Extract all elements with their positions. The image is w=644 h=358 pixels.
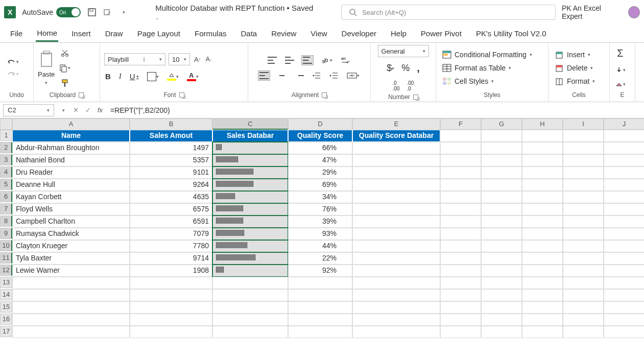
databar-cell[interactable] (212, 203, 288, 216)
tab-data[interactable]: Data (240, 26, 258, 41)
empty-cell[interactable] (440, 166, 481, 179)
empty-cell[interactable] (522, 154, 563, 166)
row-header-8[interactable]: 8 (0, 216, 12, 227)
databar-cell[interactable] (212, 240, 288, 252)
databar-cell[interactable] (212, 228, 288, 240)
insert-cells-button[interactable]: Insert▾ (553, 49, 592, 60)
quality-cell[interactable]: 39% (288, 216, 352, 228)
sales-cell[interactable]: 7079 (130, 228, 212, 240)
name-cell[interactable]: Kayan Corbett (12, 191, 130, 203)
empty-cell[interactable] (481, 289, 522, 301)
quality-databar-cell[interactable] (352, 265, 440, 277)
empty-cell[interactable] (352, 289, 440, 301)
quality-databar-cell[interactable] (352, 179, 440, 191)
empty-cell[interactable] (12, 326, 130, 338)
empty-cell[interactable] (522, 203, 563, 216)
empty-cell[interactable] (522, 326, 563, 338)
row-header-14[interactable]: 14 (0, 289, 12, 300)
orientation-button[interactable]: ab▾ (320, 55, 333, 65)
sales-cell[interactable]: 6575 (130, 203, 212, 216)
empty-cell[interactable] (440, 301, 481, 314)
empty-cell[interactable] (522, 301, 563, 314)
empty-cell[interactable] (481, 326, 522, 338)
empty-cell[interactable] (604, 142, 644, 154)
empty-cell[interactable] (563, 130, 604, 142)
column-header-F[interactable]: F (440, 118, 481, 130)
quality-cell[interactable]: 22% (288, 252, 352, 265)
empty-cell[interactable] (440, 142, 481, 154)
name-cell[interactable]: Campbell Charlton (12, 216, 130, 228)
empty-cell[interactable] (440, 191, 481, 203)
empty-cell[interactable] (563, 326, 604, 338)
row-header-10[interactable]: 10 (0, 240, 12, 251)
empty-cell[interactable] (604, 203, 644, 216)
alignment-launcher-icon[interactable] (322, 92, 327, 98)
borders-button[interactable]: ▾ (146, 71, 160, 82)
row-header-1[interactable]: 1 (0, 130, 12, 141)
empty-cell[interactable] (481, 240, 522, 252)
empty-cell[interactable] (212, 301, 288, 314)
empty-cell[interactable] (440, 252, 481, 265)
empty-cell[interactable] (440, 154, 481, 166)
empty-cell[interactable] (440, 240, 481, 252)
tab-page-layout[interactable]: Page Layout (136, 26, 181, 41)
empty-cell[interactable] (563, 166, 604, 179)
wrap-text-button[interactable]: ab (340, 55, 352, 65)
tab-formulas[interactable]: Formulas (194, 26, 228, 41)
empty-cell[interactable] (604, 240, 644, 252)
empty-cell[interactable] (563, 203, 604, 216)
tab-insert[interactable]: Insert (70, 26, 92, 41)
empty-cell[interactable] (12, 301, 130, 314)
conditional-formatting-button[interactable]: Conditional Formatting▾ (440, 49, 534, 60)
tab-draw[interactable]: Draw (104, 26, 124, 41)
autosave-toggle[interactable]: On (56, 7, 81, 17)
increase-indent-button[interactable] (328, 71, 340, 80)
databar-cell[interactable] (212, 265, 288, 277)
row-header-3[interactable]: 3 (0, 154, 12, 165)
quality-databar-cell[interactable] (352, 228, 440, 240)
tab-developer[interactable]: Developer (341, 26, 377, 41)
decrease-font-button[interactable]: A↓ (205, 55, 213, 64)
empty-cell[interactable] (604, 166, 644, 179)
spreadsheet-grid[interactable]: ABCDEFGHIJ1NameSales AmoutSales DatabarQ… (0, 118, 644, 338)
empty-cell[interactable] (481, 301, 522, 314)
increase-font-button[interactable]: A↑ (193, 55, 202, 64)
sales-cell[interactable]: 9264 (130, 179, 212, 191)
insert-function-button[interactable]: fx (94, 106, 106, 114)
empty-cell[interactable] (130, 326, 212, 338)
row-header-13[interactable]: 13 (0, 277, 12, 288)
empty-cell[interactable] (481, 216, 522, 228)
align-middle-button[interactable] (284, 56, 295, 65)
databar-cell[interactable] (212, 216, 288, 228)
column-header-D[interactable]: D (288, 118, 352, 130)
empty-cell[interactable] (604, 265, 644, 277)
cell-styles-button[interactable]: Cell Styles▾ (440, 76, 496, 87)
empty-cell[interactable] (522, 265, 563, 277)
empty-cell[interactable] (563, 228, 604, 240)
font-size-select[interactable]: 10▾ (169, 53, 190, 65)
empty-cell[interactable] (522, 216, 563, 228)
name-cell[interactable]: Rumaysa Chadwick (12, 228, 130, 240)
empty-cell[interactable] (481, 154, 522, 166)
save-icon[interactable] (87, 7, 97, 17)
user-name[interactable]: PK An Excel Expert (562, 4, 622, 20)
undo-button[interactable]: ▾ (4, 57, 20, 67)
name-cell[interactable]: Floyd Wells (12, 203, 130, 216)
column-header-E[interactable]: E (352, 118, 440, 130)
databar-cell[interactable] (212, 191, 288, 203)
fill-button[interactable]: ▾ (614, 65, 627, 75)
quality-cell[interactable]: 29% (288, 166, 352, 179)
select-all-corner[interactable] (0, 118, 12, 130)
empty-cell[interactable] (440, 277, 481, 289)
empty-cell[interactable] (522, 130, 563, 142)
name-cell[interactable]: Dru Reader (12, 166, 130, 179)
empty-cell[interactable] (522, 228, 563, 240)
empty-cell[interactable] (440, 289, 481, 301)
empty-cell[interactable] (604, 228, 644, 240)
empty-cell[interactable] (440, 326, 481, 338)
user-avatar[interactable] (628, 6, 640, 18)
sales-cell[interactable]: 4635 (130, 191, 212, 203)
column-header-A[interactable]: A (12, 118, 130, 130)
name-cell[interactable]: Abdur-Rahman Broughton (12, 142, 130, 154)
quality-databar-cell[interactable] (352, 203, 440, 216)
